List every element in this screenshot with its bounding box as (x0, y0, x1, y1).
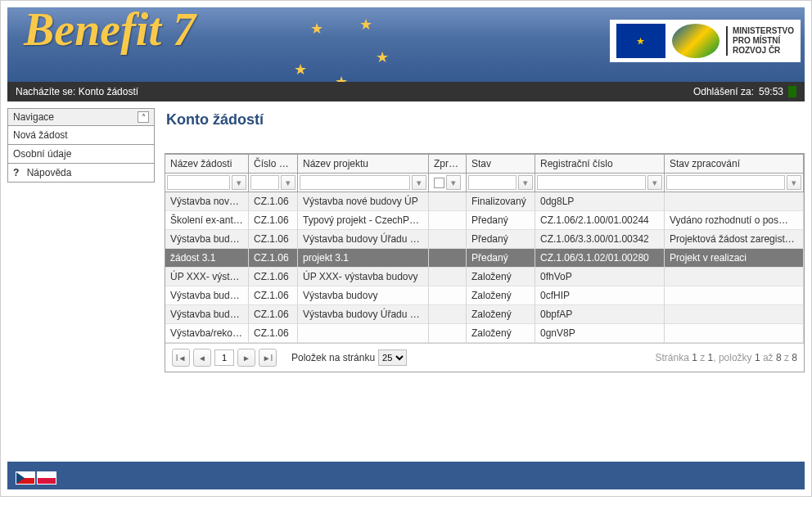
filter-zprava-checkbox[interactable] (434, 178, 444, 188)
table-cell: projekt 3.1 (298, 249, 429, 268)
page-next-button[interactable]: ► (237, 349, 255, 367)
table-row[interactable]: ÚP XXX- výstav…CZ.1.06ÚP XXX- výstavba b… (165, 268, 804, 286)
timer-indicator-icon (788, 86, 796, 97)
filter-icon[interactable]: ▾ (232, 175, 246, 190)
filter-icon[interactable]: ▾ (412, 175, 426, 190)
table-cell: 0cfHIP (535, 286, 665, 305)
eu-flag-icon: ⋆ (616, 24, 665, 58)
table-cell (429, 192, 467, 211)
table-cell: Předaný (467, 249, 535, 268)
table-cell (429, 286, 467, 305)
ministry-label: MINISTERSTVO PRO MÍSTNÍ ROZVOJ ČR (726, 26, 794, 56)
page-current-input[interactable] (214, 349, 234, 366)
items-per-page-label: Položek na stránku (291, 352, 375, 363)
filter-nazev[interactable] (167, 175, 230, 190)
logout-label: Odhlášení za: (693, 86, 754, 97)
table-cell: CZ.1.06 (249, 324, 298, 343)
flag-czech[interactable] (16, 471, 35, 485)
table-cell: CZ.1.06/2.1.00/01.00244 (535, 211, 665, 230)
table-cell (429, 211, 467, 230)
table-row[interactable]: Výstavba budov…CZ.1.06Výstavba budovy Úř… (165, 230, 804, 249)
nav-item-new-request[interactable]: Nová žádost (7, 126, 155, 145)
col-header-cislo[interactable]: Číslo OP (249, 154, 298, 174)
table-cell: Výstavba budovy (298, 286, 429, 305)
filter-icon[interactable]: ▾ (446, 175, 461, 190)
app-banner: Benefit 7 ★ ★ ★ ★ ★ ⋆ MINISTERSTVO PRO M… (1, 1, 811, 82)
grid-filter-row: ▾ ▾ ▾ ▾ ▾ ▾ ▾ (165, 174, 804, 192)
table-cell: CZ.1.06 (249, 192, 298, 211)
star-icon: ★ (335, 73, 348, 82)
table-cell (429, 230, 467, 249)
table-cell: ÚP XXX- výstavba budovy (298, 268, 429, 286)
table-cell (665, 324, 804, 343)
col-header-nazev[interactable]: Název žádosti (165, 154, 249, 174)
col-header-zprava[interactable]: Zpráva (429, 154, 467, 174)
page-prev-button[interactable]: ◄ (193, 349, 211, 367)
table-cell: Typový projekt - CzechP… (298, 211, 429, 230)
filter-icon[interactable]: ▾ (787, 175, 801, 190)
table-row[interactable]: žádost 3.1CZ.1.06projekt 3.1PředanýCZ.1.… (165, 249, 804, 268)
nav-item-personal[interactable]: Osobní údaje (7, 145, 155, 164)
table-row[interactable]: Školení ex-ante…CZ.1.06Typový projekt - … (165, 211, 804, 230)
table-cell: Výstavba budovy Úřadu p… (298, 230, 429, 249)
grid-body: Výstavba nové…CZ.1.06Výstavba nové budov… (165, 192, 804, 343)
star-icon: ★ (376, 48, 389, 66)
items-per-page-select[interactable]: 25 (378, 349, 407, 366)
nav-header[interactable]: Navigace ˄ (7, 108, 155, 126)
filter-icon[interactable]: ▾ (518, 175, 533, 190)
table-cell (429, 305, 467, 324)
col-header-stav[interactable]: Stav (467, 154, 535, 174)
col-header-projekt[interactable]: Název projektu (298, 154, 429, 174)
table-cell (429, 324, 467, 343)
grid-header: Název žádosti Číslo OP Název projektu Zp… (165, 154, 804, 174)
table-cell: 0gnV8P (535, 324, 665, 343)
star-icon: ★ (294, 61, 307, 79)
table-cell (429, 249, 467, 268)
table-cell: Výstavba budov… (165, 305, 249, 324)
logout-time: 59:53 (759, 86, 783, 97)
breadcrumb-location: Konto žádostí (79, 86, 138, 97)
table-row[interactable]: Výstavba/rekon…CZ.1.06Založený0gnV8P (165, 324, 804, 343)
table-cell: Založený (467, 286, 535, 305)
breadcrumb-bar: Nacházíte se: Konto žádostí Odhlášení za… (1, 82, 811, 101)
flag-polish[interactable] (37, 471, 56, 485)
filter-cislo[interactable] (250, 175, 279, 190)
filter-zprac[interactable] (666, 175, 785, 190)
footer (1, 462, 811, 496)
col-header-reg[interactable]: Registrační číslo (535, 154, 665, 174)
table-row[interactable]: Výstavba budov…CZ.1.06Výstavba budovy Úř… (165, 305, 804, 324)
page-last-button[interactable]: ►I (259, 349, 277, 367)
page-first-button[interactable]: I◄ (172, 349, 190, 367)
table-cell: CZ.1.06 (249, 230, 298, 249)
table-cell: CZ.1.06 (249, 211, 298, 230)
star-icon: ★ (359, 16, 372, 34)
star-icon: ★ (310, 20, 323, 38)
table-cell (665, 305, 804, 324)
nav-item-help[interactable]: Nápověda (7, 164, 155, 183)
filter-stav[interactable] (468, 175, 517, 190)
table-cell: CZ.1.06 (249, 249, 298, 268)
table-row[interactable]: Výstavba budov…CZ.1.06Výstavba budovyZal… (165, 286, 804, 305)
table-cell: Výstavba/rekon… (165, 324, 249, 343)
filter-projekt[interactable] (300, 175, 410, 190)
filter-icon[interactable]: ▾ (281, 175, 295, 190)
table-row[interactable]: Výstavba nové…CZ.1.06Výstavba nové budov… (165, 192, 804, 211)
col-header-zprac[interactable]: Stav zpracování (665, 154, 804, 174)
table-cell: 0bpfAP (535, 305, 665, 324)
collapse-icon[interactable]: ˄ (138, 111, 149, 123)
table-cell: Založený (467, 268, 535, 286)
table-cell (665, 286, 804, 305)
table-cell: žádost 3.1 (165, 249, 249, 268)
table-cell (429, 268, 467, 286)
filter-icon[interactable]: ▾ (647, 175, 662, 190)
table-cell: ÚP XXX- výstav… (165, 268, 249, 286)
sidebar: Navigace ˄ Nová žádost Osobní údaje Nápo… (7, 108, 155, 455)
nav-header-label: Navigace (13, 111, 54, 123)
mmr-logo-icon (672, 24, 720, 58)
filter-reg[interactable] (537, 175, 646, 190)
table-cell: 0dg8LP (535, 192, 665, 211)
table-cell: Projekt v realizaci (665, 249, 804, 268)
breadcrumb: Nacházíte se: Konto žádostí (16, 86, 138, 97)
table-cell: Předaný (467, 230, 535, 249)
table-cell: CZ.1.06/3.3.00/01.00342 (535, 230, 665, 249)
